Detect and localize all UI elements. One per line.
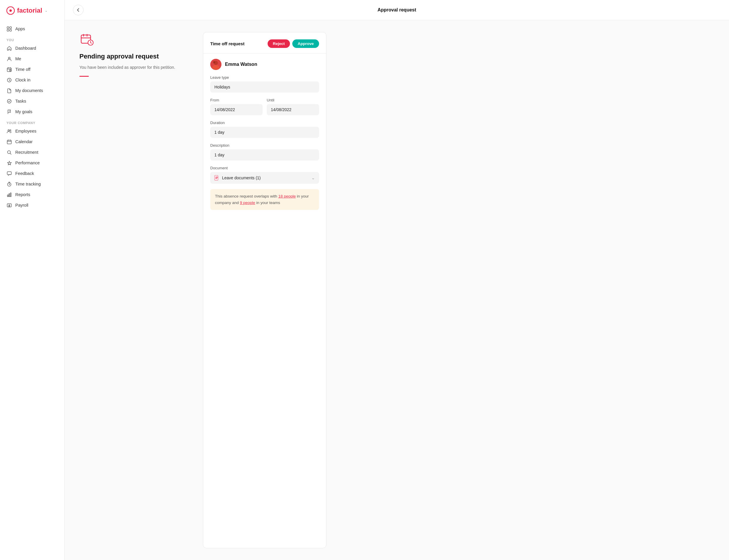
document-value[interactable]: Leave documents (1) ⌄ <box>210 172 319 184</box>
sidebar-item-feedback[interactable]: Feedback <box>4 168 61 179</box>
sidebar-item-my-documents-label: My documents <box>15 88 43 93</box>
sidebar-item-recruitment[interactable]: Recruitment <box>4 147 61 158</box>
pending-title: Pending approval request <box>79 53 191 60</box>
svg-rect-19 <box>10 193 11 197</box>
pending-approval-icon <box>79 32 95 47</box>
svg-rect-15 <box>7 172 11 175</box>
description-value: 1 day <box>210 149 319 161</box>
warning-link-18-people[interactable]: 18 people <box>278 194 295 198</box>
leave-type-label: Leave type <box>210 75 319 80</box>
right-panel: Time off request Reject Approve <box>203 32 326 548</box>
factorial-logo-icon <box>6 6 15 15</box>
sidebar: factorial ⌄ Apps YOU Dashboard Me <box>0 0 65 560</box>
from-field: From 14/08/2022 <box>210 98 262 115</box>
page-header: Approval request <box>65 0 729 20</box>
sidebar-item-performance-label: Performance <box>15 161 40 165</box>
from-value: 14/08/2022 <box>210 104 262 115</box>
sidebar-item-payroll[interactable]: Payroll <box>4 200 61 210</box>
avatar-image <box>210 59 221 70</box>
until-label: Until <box>267 98 319 102</box>
sidebar-item-tasks-label: Tasks <box>15 99 26 103</box>
svg-rect-18 <box>9 194 10 197</box>
pending-icon-container <box>79 32 191 47</box>
clock-icon <box>6 77 12 83</box>
employee-row: Emma Watson <box>210 59 319 70</box>
sidebar-item-time-tracking[interactable]: Time tracking <box>4 179 61 189</box>
description-field: Description 1 day <box>210 143 319 161</box>
sidebar-item-reports-label: Reports <box>15 192 30 197</box>
sidebar-item-calendar-label: Calendar <box>15 139 33 144</box>
request-header: Time off request Reject Approve <box>210 39 319 48</box>
svg-rect-3 <box>10 27 11 29</box>
sidebar-item-my-documents[interactable]: My documents <box>4 85 61 96</box>
sidebar-item-feedback-label: Feedback <box>15 171 34 176</box>
approve-button[interactable]: Approve <box>292 39 319 48</box>
svg-rect-5 <box>10 29 11 31</box>
document-inner: Leave documents (1) <box>214 175 261 180</box>
warning-box: This absence request overlaps with 18 pe… <box>210 189 319 210</box>
page-title: Approval request <box>89 7 704 13</box>
sidebar-item-recruitment-label: Recruitment <box>15 150 38 155</box>
document-field: Document Leave documents (1) <box>210 166 319 184</box>
employee-name: Emma Watson <box>225 62 257 67</box>
svg-rect-17 <box>7 195 8 197</box>
warning-text-after: in your teams <box>255 200 280 205</box>
sidebar-item-me-label: Me <box>15 56 21 61</box>
svg-point-27 <box>213 61 215 63</box>
sidebar-item-apps[interactable]: Apps <box>4 24 61 34</box>
sidebar-item-time-off[interactable]: Time off <box>4 64 61 75</box>
logo-text: factorial <box>17 7 42 14</box>
flag-icon <box>6 109 12 114</box>
home-icon <box>6 46 12 51</box>
description-label: Description <box>210 143 319 148</box>
grid-icon <box>6 26 12 31</box>
dollar-icon <box>6 203 12 208</box>
bar-chart-icon <box>6 192 12 197</box>
until-field: Until 14/08/2022 <box>267 98 319 115</box>
sidebar-item-calendar[interactable]: Calendar <box>4 136 61 147</box>
svg-rect-2 <box>7 27 9 29</box>
user-icon <box>6 56 12 61</box>
sidebar-item-performance[interactable]: Performance <box>4 158 61 168</box>
svg-point-11 <box>8 130 9 131</box>
leave-type-field: Leave type Holidays <box>210 75 319 93</box>
logo-chevron-icon: ⌄ <box>45 9 48 13</box>
sidebar-item-payroll-label: Payroll <box>15 203 28 208</box>
back-button[interactable] <box>73 5 83 15</box>
sidebar-item-my-goals-label: My goals <box>15 109 32 114</box>
you-section-label: YOU <box>4 34 61 43</box>
duration-label: Duration <box>210 121 319 125</box>
timer-icon <box>6 181 12 187</box>
header-divider <box>203 53 326 54</box>
back-arrow-icon <box>76 8 81 12</box>
from-label: From <box>210 98 262 102</box>
file-icon <box>6 88 12 93</box>
svg-rect-13 <box>7 140 11 144</box>
sidebar-item-time-tracking-label: Time tracking <box>15 182 41 186</box>
action-buttons: Reject Approve <box>267 39 319 48</box>
calendar-icon <box>6 139 12 144</box>
reject-button[interactable]: Reject <box>267 39 290 48</box>
sidebar-item-clock-in[interactable]: Clock in <box>4 75 61 85</box>
sidebar-item-time-off-label: Time off <box>15 67 31 72</box>
left-panel: Pending approval request You have been i… <box>79 32 191 548</box>
red-divider <box>79 76 89 77</box>
request-title: Time off request <box>210 41 244 46</box>
sidebar-item-me[interactable]: Me <box>4 54 61 64</box>
sidebar-item-tasks[interactable]: Tasks <box>4 96 61 106</box>
document-text: Leave documents (1) <box>222 175 261 180</box>
duration-value: 1 day <box>210 127 319 138</box>
sidebar-item-employees[interactable]: Employees <box>4 126 61 136</box>
sidebar-item-dashboard[interactable]: Dashboard <box>4 43 61 54</box>
until-value: 14/08/2022 <box>267 104 319 115</box>
main-content: Approval request Pending approval reques… <box>65 0 729 560</box>
sidebar-item-apps-label: Apps <box>15 26 25 31</box>
date-row: From 14/08/2022 Until 14/08/2022 <box>210 98 319 115</box>
document-label: Document <box>210 166 319 170</box>
avatar <box>210 59 221 70</box>
warning-text-before: This absence request overlaps with <box>215 194 278 198</box>
sidebar-item-reports[interactable]: Reports <box>4 189 61 200</box>
warning-link-9-people[interactable]: 9 people <box>240 200 255 205</box>
star-icon <box>6 160 12 166</box>
sidebar-item-my-goals[interactable]: My goals <box>4 106 61 117</box>
